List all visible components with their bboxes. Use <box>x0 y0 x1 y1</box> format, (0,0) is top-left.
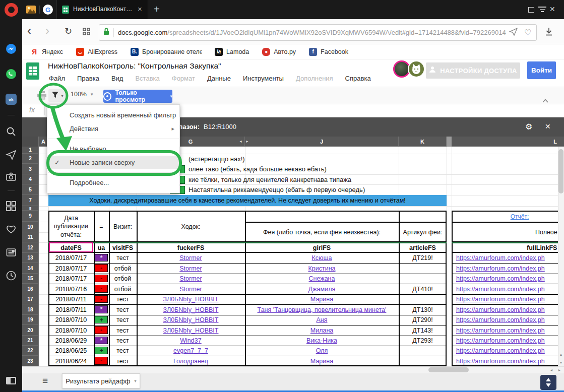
row-header-10[interactable]: 10 <box>22 222 39 232</box>
row-header-17[interactable]: 17 <box>22 294 39 304</box>
cell-mark[interactable]: - <box>95 275 108 282</box>
cell-visit[interactable]: тест <box>109 315 137 325</box>
cell-mark[interactable]: * <box>95 305 108 313</box>
row-header-14[interactable]: 14 <box>22 263 39 274</box>
row-header-20[interactable]: 20 <box>22 325 39 336</box>
cell-report-link[interactable]: https://amurforum.com/index.ph <box>456 304 564 315</box>
cell-fucker-link[interactable]: ЗЛ0БNbIy_HOBBIT <box>137 294 245 304</box>
cell-visit[interactable]: отбой <box>109 274 137 284</box>
row-header-12[interactable]: 12 <box>22 242 39 253</box>
cell-fucker-link[interactable]: ЗЛ0БNbIy_HOBBIT <box>137 325 245 336</box>
cell-date[interactable]: 2018/07/10 <box>48 315 94 325</box>
cell-fucker-link[interactable]: ЗЛ0БNbIy_HOBBIT <box>137 304 245 315</box>
header-article[interactable]: Артикул феи: <box>399 223 447 241</box>
cell-girl-link[interactable]: Джамиля <box>245 284 399 294</box>
scroll-right-icon[interactable]: ► <box>555 366 563 373</box>
row-header-4[interactable]: 4 <box>22 174 39 184</box>
cell-report-link[interactable]: https://amurforum.com/index.ph <box>456 284 564 294</box>
cell-fucker-link[interactable]: Голодранец <box>137 356 245 366</box>
field-girl[interactable]: girlFS <box>245 243 399 252</box>
cell-article[interactable]: ДТ293! <box>399 336 447 346</box>
cell-report-link[interactable]: https://amurforum.com/index.ph <box>456 315 564 325</box>
header-eq[interactable]: = <box>94 212 109 241</box>
row-header-22[interactable]: 22 <box>22 346 39 356</box>
cell-mark[interactable]: * <box>95 337 108 344</box>
legend-text-cell[interactable]: (астерегаццо нах!) <box>189 154 471 164</box>
cell-date[interactable]: 2018/07/17 <box>48 263 94 274</box>
vertical-scrollbar-thumb[interactable] <box>558 149 563 193</box>
cell-report-link[interactable]: https://amurforum.com/index.ph <box>456 263 564 274</box>
cell-fucker-link[interactable]: Stormer <box>137 263 245 274</box>
filter-menu-item[interactable]: Создать новый временный фильтр <box>47 108 179 122</box>
row-header-19[interactable]: 19 <box>22 315 39 325</box>
cell-report-link[interactable]: https://amurforum.com/index.ph <box>456 356 564 366</box>
row-header-18[interactable]: 18 <box>22 304 39 315</box>
column-header-L[interactable]: L <box>452 137 564 147</box>
field-visit[interactable]: visitFS <box>109 243 137 252</box>
header-report-link[interactable]: Отчёт: <box>502 212 537 221</box>
horizontal-scrollbar[interactable] <box>22 366 564 373</box>
legend-text-cell[interactable]: Настаятильна риккамендуеццо (ебать ф пер… <box>189 184 471 195</box>
cell-report-link[interactable]: https://amurforum.com/index.ph <box>456 294 564 304</box>
header-visit[interactable]: Визит: <box>109 212 137 241</box>
cell-date[interactable]: 2018/07/16 <box>48 284 94 294</box>
cell-article[interactable]: ДТ290! <box>399 315 447 325</box>
sheet-list-menu-icon[interactable]: ≡ <box>42 375 48 386</box>
cell-fucker-link[interactable]: Stormer <box>137 253 245 263</box>
cell-mark[interactable]: - <box>95 357 108 365</box>
cell-date[interactable]: 2018/06/25 <box>48 346 94 356</box>
cell-girl-link[interactable]: Оля <box>245 346 399 356</box>
cell-visit[interactable]: тест <box>109 336 137 346</box>
cell-report-link[interactable]: https://amurforum.com/index.ph <box>456 253 564 263</box>
cell-mark[interactable]: + <box>95 316 108 323</box>
cell-girl-link[interactable]: Ксюша <box>245 253 399 263</box>
cell-girl-link[interactable]: Милана <box>245 325 399 336</box>
row-header-7[interactable]: 7 <box>22 195 39 206</box>
row-header-13[interactable]: 13 <box>22 253 39 263</box>
cell-girl-link[interactable]: Марина <box>245 294 399 304</box>
filter-menu-item[interactable]: Действия▸ <box>47 122 179 136</box>
cell-mark[interactable]: - <box>95 285 108 293</box>
cell-article[interactable] <box>399 274 447 284</box>
cell-girl-link[interactable]: Марина <box>245 356 399 366</box>
cell-fucker-link[interactable]: ЗЛ0БNbIy_HOBBIT <box>137 315 245 325</box>
cell-article[interactable]: ДТ219! <box>399 253 447 263</box>
row-header-9[interactable]: 9 <box>22 211 39 222</box>
cell-visit[interactable]: отбой <box>109 284 137 294</box>
legend-text-cell[interactable]: олее таво (ебать, када больше некаво еба… <box>189 164 471 174</box>
row-header-16[interactable]: 16 <box>22 284 39 294</box>
cell-article[interactable] <box>399 356 447 366</box>
field-ua[interactable]: ua <box>94 243 109 252</box>
row-header-15[interactable]: 15 <box>22 274 39 284</box>
cell-visit[interactable]: тест <box>109 356 137 366</box>
cell-mark[interactable]: - <box>95 264 108 272</box>
row-header-21[interactable]: 21 <box>22 336 39 346</box>
cell-mark[interactable]: - <box>95 326 108 334</box>
cell-date[interactable]: 2018/07/11 <box>48 294 94 304</box>
row-header-8[interactable]: 8 <box>22 206 39 211</box>
cell-report-link[interactable]: https://amurforum.com/index.ph <box>456 336 564 346</box>
cell-girl-link[interactable]: Вика-Ника <box>245 336 399 346</box>
cell-article[interactable]: ДТ143! <box>399 325 447 336</box>
cell-report-link[interactable]: https://amurforum.com/index.ph <box>456 346 564 356</box>
scroll-left-icon[interactable]: ◄ <box>547 366 555 373</box>
cell-fucker-link[interactable]: Stormer <box>137 284 245 294</box>
field-article[interactable]: articleFS <box>399 243 447 252</box>
cell-date[interactable]: 2018/06/29 <box>48 336 94 346</box>
cell-date[interactable]: 2018/07/17 <box>48 274 94 284</box>
hidden-col-left-icon[interactable]: ◄ <box>239 138 244 145</box>
field-date[interactable]: dateFS <box>48 243 94 252</box>
cell-fucker-link[interactable]: Wind37 <box>137 336 245 346</box>
scroll-to-edge-button[interactable] <box>540 375 556 390</box>
filter-menu-item[interactable]: Не выбрано <box>47 142 179 156</box>
cell-article[interactable] <box>399 294 447 304</box>
row-header-3[interactable]: 3 <box>22 164 39 174</box>
row-header-11[interactable]: 11 <box>22 232 39 242</box>
hidden-col-right-icon[interactable]: ► <box>245 138 250 145</box>
cell-mark[interactable]: + <box>95 347 108 354</box>
header-date[interactable]: Дата публикации отчёта: <box>49 212 93 241</box>
header-fucker[interactable]: Ходок: <box>137 212 245 241</box>
cell-visit[interactable]: тест <box>109 325 137 336</box>
cell-girl-link[interactable]: Кристина <box>245 263 399 274</box>
row-header-23[interactable]: 23 <box>22 356 39 366</box>
